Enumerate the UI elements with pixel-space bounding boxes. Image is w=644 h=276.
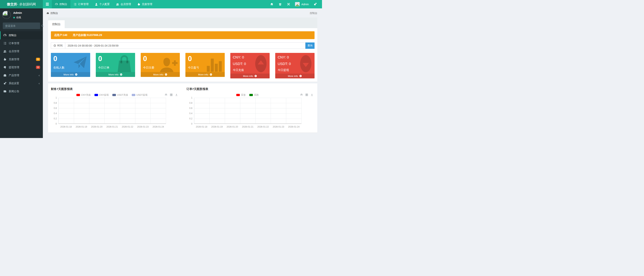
dashboard-icon (46, 12, 49, 15)
sidebar-item-label: 控制台 (9, 34, 16, 37)
circle-arrow-down-icon (300, 55, 312, 73)
legend-item-usdt-recharge[interactable]: USDT充值 (112, 93, 128, 97)
tiled-toggle-icon[interactable] (170, 93, 173, 96)
more-info-link[interactable]: More info (96, 72, 135, 77)
breadcrumb: 控制台 (46, 11, 58, 15)
legend-item-buy-up[interactable]: 买涨 (236, 93, 246, 97)
sidebar-item-recharge[interactable]: 充值管理 0 (0, 55, 43, 63)
arrow-circle-right-icon (75, 73, 78, 76)
time-filter: 时间 查询 (51, 42, 314, 49)
sidebar-item-members[interactable]: 会员管理 (0, 47, 43, 55)
logo-suffix: - 卓创源码网 (17, 2, 36, 6)
sidebar-item-orders[interactable]: 订单管理 (0, 39, 43, 47)
orders-chart-legend: 买涨 买跌 (194, 93, 302, 97)
arrow-circle-right-icon (120, 73, 122, 76)
more-info-link[interactable]: More info (275, 74, 314, 78)
sidebar-item-label: 会员管理 (9, 50, 19, 53)
bar-chart-icon (206, 56, 222, 72)
download-icon[interactable] (310, 93, 314, 96)
summary-alert: 总用户:140 用户总余额:51237866.29 (51, 31, 314, 39)
more-info-link[interactable]: More info (230, 74, 270, 78)
tabs-bar: 控制台 (48, 17, 317, 28)
nav-item-dashboard[interactable]: 控制台 (52, 0, 70, 8)
legend-swatch (236, 94, 240, 96)
nav-item-label: 个人配置 (99, 2, 110, 6)
hand-down-icon (3, 66, 6, 69)
legend-item-buy-down[interactable]: 买跌 (249, 93, 259, 97)
info-box-today-pnl: 0 今日盈亏 More info (186, 53, 225, 77)
finance-chart-title: 财务7天图形报表 (51, 87, 179, 91)
legend-item-cny-recharge[interactable]: CNY充值 (76, 93, 90, 97)
user-menu[interactable]: Admin (293, 2, 311, 6)
more-info-link[interactable]: More info (141, 72, 180, 77)
date-range-input[interactable] (65, 42, 306, 49)
admin-dashboard: 微交所 - 卓创源码网 控制台 订单管理 个人配置 会员管理 (0, 0, 322, 138)
search-button[interactable] (41, 24, 44, 27)
x-axis-labels: 2026-01-18 2026-01-19 2026-01-20 2026-01… (194, 126, 302, 128)
nav-item-orders[interactable]: 订单管理 (70, 0, 92, 8)
search-input[interactable] (3, 24, 41, 27)
circle-arrow-up-icon (255, 55, 267, 73)
control-sidebar-button[interactable] (311, 0, 320, 8)
info-box-today-orders: 0 今日订单 More info (96, 53, 135, 77)
legend-item-cny-withdraw[interactable]: CNY提现 (94, 93, 109, 97)
expand-arrows-icon (287, 2, 290, 6)
sidebar-username: Admin (13, 11, 22, 14)
nav-item-members[interactable]: 会员管理 (113, 0, 134, 8)
withdraw-count-badge: 0 (36, 66, 40, 69)
sidebar-avatar (2, 10, 11, 19)
orders-chart-plot: 1 0.8 0.6 0.4 0.2 0 2026-01-18 (194, 98, 302, 128)
user-panel: Admin 在线 (0, 8, 43, 22)
sidebar-item-products[interactable]: 产品管理 ‹ (0, 71, 43, 79)
finance-chart-legend: CNY充值 CNY提现 USDT充值 USDT提现 (58, 93, 166, 97)
breadcrumb-label: 控制台 (50, 11, 58, 15)
gears-icon (314, 2, 317, 6)
info-boxes: 0 在线人数 More info 0 今日订单 (51, 53, 314, 78)
legend-item-usdt-withdraw[interactable]: USDT提现 (132, 93, 148, 97)
stack-toggle-icon[interactable] (300, 93, 303, 96)
nav-item-label: 订单管理 (78, 2, 88, 6)
tab-dashboard[interactable]: 控制台 (48, 20, 65, 28)
stack-toggle-icon[interactable] (164, 93, 168, 96)
chevron-left-icon: ‹ (38, 74, 40, 77)
clear-cache-button[interactable] (276, 0, 284, 8)
more-info-link[interactable]: More info (51, 72, 90, 77)
sidebar-item-news[interactable]: 新闻公告 (0, 87, 43, 95)
chart-grid[interactable] (58, 98, 166, 124)
sidebar-item-label: 充值管理 (9, 58, 19, 61)
info-box-online-users: 0 在线人数 More info (51, 53, 90, 77)
more-info-link[interactable]: More info (186, 72, 225, 77)
shopping-bag-icon (115, 54, 133, 72)
sidebar-item-dashboard[interactable]: 控制台 (0, 31, 43, 39)
top-navbar: 微交所 - 卓创源码网 控制台 订单管理 个人配置 会员管理 (0, 0, 322, 8)
home-button[interactable] (268, 0, 276, 8)
sidebar-item-settings[interactable]: 系统设置 ‹ (0, 79, 43, 87)
tiled-toggle-icon[interactable] (305, 93, 308, 96)
sidebar-toggle-button[interactable] (43, 0, 52, 8)
sidebar-item-label: 提现管理 (9, 66, 19, 69)
nav-item-recharge[interactable]: 充值管理 (134, 0, 156, 8)
sidebar-menu: 控制台 订单管理 会员管理 充值管理 0 提现管理 0 (0, 31, 43, 95)
chart-grid[interactable] (194, 98, 302, 124)
fullscreen-button[interactable] (284, 0, 293, 8)
left-sidebar: Admin 在线 控制台 订单管理 (0, 8, 43, 138)
sidebar-item-label: 系统设置 (9, 82, 19, 85)
briefcase-icon (3, 74, 6, 77)
legend-swatch (94, 94, 98, 96)
breadcrumb-right: 控制台 (310, 11, 318, 15)
sidebar-item-withdraw[interactable]: 提现管理 0 (0, 63, 43, 71)
navbar-right: Admin (268, 0, 322, 8)
download-icon[interactable] (175, 93, 178, 96)
arrow-circle-right-icon (165, 73, 167, 76)
query-button[interactable]: 查询 (306, 42, 314, 49)
avatar (295, 2, 300, 6)
sidebar-item-label: 产品管理 (9, 74, 19, 77)
app-logo[interactable]: 微交所 - 卓创源码网 (0, 0, 43, 8)
user-icon (95, 3, 98, 6)
content-header: 控制台 控制台 (43, 8, 322, 17)
online-status[interactable]: 在线 (13, 16, 22, 19)
nav-item-label: 会员管理 (120, 2, 131, 6)
nav-item-profile[interactable]: 个人配置 (92, 0, 113, 8)
total-balance-label: 用户总余额:51237866.29 (73, 33, 102, 37)
user-plus-icon (158, 55, 178, 72)
